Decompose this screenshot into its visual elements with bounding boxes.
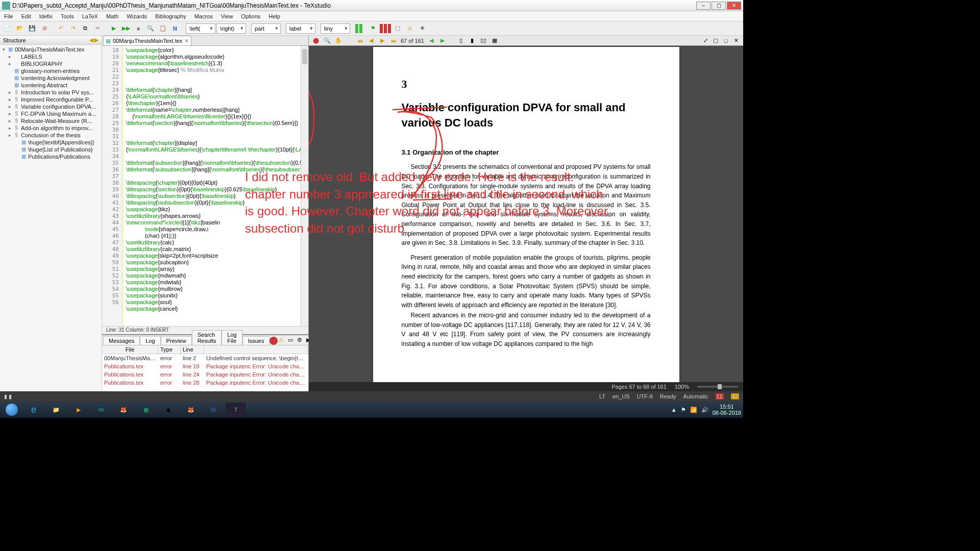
code-editor[interactable]: \usepackage{color} \usepackage{algorithm… xyxy=(124,46,308,326)
structure-tree[interactable]: ▾00ManjuThesisMainText.tex▸LABELS▸BIBLIO… xyxy=(0,45,102,391)
taskbar-excel[interactable]: ▦ xyxy=(136,403,156,417)
right-delim-select[interactable]: \right) xyxy=(216,23,246,34)
viewer-fwd-icon[interactable]: ▶ xyxy=(438,37,447,45)
undo-button[interactable]: ↶ xyxy=(55,23,66,34)
log-tab-search-results[interactable]: Search Results xyxy=(192,330,222,345)
log-row[interactable]: Publications.texerrorline 24Package inpu… xyxy=(102,370,308,379)
taskbar-texstudio[interactable]: T xyxy=(226,403,246,417)
color-green2-button[interactable] xyxy=(359,24,362,33)
tree-node[interactable]: ▸Improved Reconfigurable P... xyxy=(0,96,102,103)
menu-help[interactable]: Help xyxy=(264,12,284,20)
menu-wizards[interactable]: Wizards xyxy=(122,12,151,20)
close-file-button[interactable]: ⊘ xyxy=(39,23,50,34)
log-rows[interactable]: 00ManjuThesisMainText.bblerrorline 2Unde… xyxy=(102,354,308,387)
tree-node[interactable]: \huge{List of Publications} xyxy=(0,146,102,153)
tray-clock[interactable]: 15:5108-06-2018 xyxy=(713,404,741,416)
viewer-cont-icon[interactable]: ▮ xyxy=(468,37,476,45)
viewer-search-icon[interactable]: 🔍 xyxy=(323,37,331,45)
red1-button[interactable] xyxy=(380,24,383,33)
viewer-single-icon[interactable]: ▯ xyxy=(457,37,465,45)
viewer-max-icon[interactable]: □ xyxy=(722,37,730,45)
viewer-grid-icon[interactable]: ▦ xyxy=(491,37,499,45)
struct-next-icon[interactable]: ▶ xyxy=(94,37,99,43)
taskbar-firefox1[interactable]: 🦊 xyxy=(113,403,134,417)
menu-edit[interactable]: Edit xyxy=(17,12,35,20)
viewer-double-icon[interactable]: ▯▯ xyxy=(479,37,487,45)
viewer-first-icon[interactable]: ⏮ xyxy=(356,37,364,45)
taskbar-arduino[interactable]: ∞ xyxy=(91,403,111,417)
tree-node[interactable]: glossary-nomen-entries xyxy=(0,67,102,74)
tree-node[interactable]: ▸BIBLIOGRAPHY xyxy=(0,60,102,67)
redo-button[interactable]: ↷ xyxy=(67,23,79,34)
color-green-button[interactable] xyxy=(355,24,358,33)
status-locale[interactable]: en_US xyxy=(612,393,630,399)
minimize-button[interactable]: – xyxy=(696,2,710,10)
status-enc[interactable]: UTF-8 xyxy=(637,393,653,399)
log-tab-log[interactable]: Log xyxy=(140,336,160,345)
log-tab-messages[interactable]: Messages xyxy=(103,336,140,345)
new-file-button[interactable]: 📄 xyxy=(2,23,13,34)
menu-idefix[interactable]: Idefix xyxy=(35,12,57,20)
system-tray[interactable]: ▲ ⚑ 📶 🔊 15:5108-06-2018 xyxy=(671,404,741,416)
menu-tools[interactable]: Tools xyxy=(57,12,78,20)
stop-button[interactable]: ■ xyxy=(133,23,144,34)
misc2-button[interactable]: ⚠ xyxy=(404,23,415,34)
tree-node[interactable]: Publications/Publications xyxy=(0,153,102,160)
viewer-prev-icon[interactable]: ◀ xyxy=(367,37,375,45)
tray-up-icon[interactable]: ▲ xyxy=(671,407,677,413)
start-button[interactable] xyxy=(2,403,21,417)
open-file-button[interactable]: 📂 xyxy=(14,23,26,34)
log-row[interactable]: 00ManjuThesisMainText.bblerrorline 2Unde… xyxy=(102,354,308,362)
log-gear-icon[interactable]: ⚙ xyxy=(297,337,305,345)
log-row[interactable]: Publications.texerrorline 28Package inpu… xyxy=(102,379,308,387)
tree-node[interactable]: ▸Introduction to solar PV sys... xyxy=(0,89,102,96)
taskbar-word[interactable]: W xyxy=(203,403,224,417)
cut-button[interactable]: ✂ xyxy=(92,23,103,34)
tree-node[interactable]: ▸Add-on algorithm to improv... xyxy=(0,124,102,132)
menu-options[interactable]: Options xyxy=(237,12,264,20)
tree-node[interactable]: ▾00ManjuThesisMainText.tex xyxy=(0,46,102,53)
part-select[interactable]: part xyxy=(251,23,281,34)
tree-node[interactable]: ▸Variable configuration DPVA... xyxy=(0,103,102,110)
log-row[interactable]: Publications.texerrorline 19Package inpu… xyxy=(102,362,308,370)
viewer-next-icon[interactable]: ▶ xyxy=(378,37,386,45)
taskbar-chrome[interactable]: ◉ xyxy=(158,403,179,417)
tree-node[interactable]: ▸FC-DPVA Using Maximum a... xyxy=(0,110,102,117)
file-tab[interactable]: ▦ 00ManjuThesisMainText.tex ✕ xyxy=(103,36,191,45)
view-log-button[interactable]: 📋 xyxy=(157,23,168,34)
taskbar-media[interactable]: ▶ xyxy=(68,403,89,417)
log-tab-log-file[interactable]: Log File xyxy=(222,330,242,345)
editor-scrollbar[interactable] xyxy=(301,46,308,326)
log-err-icon[interactable] xyxy=(270,337,278,345)
log-warn-icon[interactable]: ⚠ xyxy=(279,337,287,345)
copy-button[interactable]: ⧉ xyxy=(80,23,91,34)
menu-view[interactable]: View xyxy=(217,12,237,20)
tree-node[interactable]: \centering Abstract xyxy=(0,82,102,89)
viewer-close-icon[interactable]: ✕ xyxy=(732,37,740,45)
size-select[interactable]: tiny xyxy=(321,23,350,34)
tray-flag-icon[interactable]: ⚑ xyxy=(681,407,686,413)
label-select[interactable]: label xyxy=(286,23,315,34)
tree-node[interactable]: ▸LABELS xyxy=(0,53,102,60)
maximize-button[interactable]: ▢ xyxy=(712,2,726,10)
misc3-button[interactable]: ✳ xyxy=(416,23,428,34)
left-delim-select[interactable]: \left( xyxy=(186,23,215,34)
misc1-button[interactable]: ⬚ xyxy=(392,23,403,34)
tree-node[interactable]: \centering Acknowledgment xyxy=(0,74,102,82)
close-button[interactable]: ✕ xyxy=(727,2,741,10)
viewer-last-icon[interactable]: ⏭ xyxy=(389,37,398,45)
red2-button[interactable] xyxy=(384,24,387,33)
log-box-icon[interactable]: ▭ xyxy=(288,337,296,345)
viewer-zoom-slider[interactable] xyxy=(697,386,738,388)
tree-node[interactable]: ▸Relocate-Wait-Measure (R... xyxy=(0,117,102,124)
tray-vol-icon[interactable]: 🔊 xyxy=(701,407,708,413)
red3-button[interactable] xyxy=(388,24,391,33)
status-auto[interactable]: Automatic xyxy=(683,393,708,399)
taskbar-firefox2[interactable]: 🦊 xyxy=(181,403,201,417)
viewer-windowed-icon[interactable]: ▢ xyxy=(712,37,720,45)
view-pdf-button[interactable]: 🔍 xyxy=(145,23,156,34)
menu-bibliography[interactable]: Bibliography xyxy=(151,12,190,20)
tab-close-icon[interactable]: ✕ xyxy=(184,38,189,44)
build-button[interactable]: ▶ xyxy=(108,23,119,34)
menu-file[interactable]: File xyxy=(0,12,17,20)
